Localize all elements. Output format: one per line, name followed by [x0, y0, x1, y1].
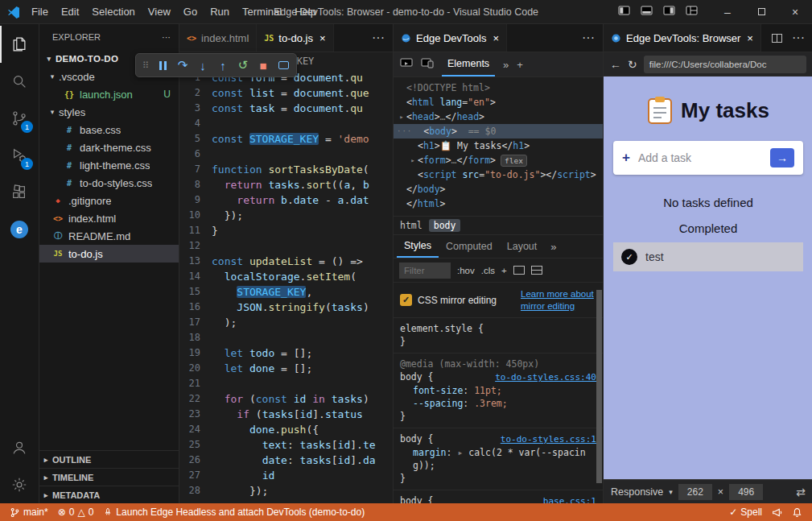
activity-accounts[interactable] — [0, 429, 39, 466]
add-task-input[interactable]: Add a task — [638, 151, 762, 164]
code-line-24[interactable]: 24 done.push({ — [179, 422, 393, 437]
element-class-button[interactable]: .cls — [481, 266, 495, 275]
notifications-item[interactable] — [787, 503, 807, 521]
toggle-sidebar-icon[interactable] — [618, 6, 630, 18]
activity-search[interactable] — [0, 63, 39, 100]
code-line-21[interactable]: 21 — [179, 376, 393, 391]
code-line-26[interactable]: 26 date: tasks[id].da — [179, 453, 393, 468]
code-line-14[interactable]: 14 localStorage.setItem( — [179, 269, 393, 284]
section-outline[interactable]: ▸OUTLINE — [39, 450, 179, 468]
line-number[interactable]: 15 — [179, 284, 212, 300]
code-line-4[interactable]: 4 — [179, 116, 393, 131]
line-number[interactable]: 25 — [179, 437, 212, 453]
more-actions-icon[interactable]: ··· — [372, 31, 385, 45]
section-timeline[interactable]: ▸TIMELINE — [39, 468, 179, 486]
dom-node[interactable]: </html> — [394, 196, 603, 211]
code-line-5[interactable]: 5const STORAGE_KEY = 'demo — [179, 131, 393, 147]
device-width-input[interactable] — [678, 484, 712, 500]
line-number[interactable]: 10 — [179, 208, 212, 223]
screencast-icon[interactable] — [400, 57, 413, 72]
announcement-item[interactable] — [767, 503, 787, 521]
step-over-button[interactable]: ↷ — [173, 56, 192, 75]
drag-handle-icon[interactable]: ⠿ — [139, 56, 152, 75]
breadcrumb-html[interactable]: html — [400, 220, 422, 231]
css-property[interactable]: margin: ▸ calc(2 * var(--spacing)); — [400, 446, 596, 472]
line-number[interactable]: 3 — [179, 101, 212, 116]
line-number[interactable]: 22 — [179, 391, 212, 407]
line-number[interactable]: 4 — [179, 116, 212, 131]
line-number[interactable]: 7 — [179, 162, 212, 177]
tab-edge-devtools-browser[interactable]: Edge DevTools: Browser × — [604, 24, 761, 52]
code-line-6[interactable]: 6 — [179, 147, 393, 162]
activity-run-debug[interactable]: 1 — [0, 137, 39, 174]
code-line-19[interactable]: 19 let todo = []; — [179, 345, 393, 361]
code-line-28[interactable]: 28 }); — [179, 483, 393, 498]
activity-edge-devtools[interactable]: e — [0, 211, 39, 248]
dom-node[interactable]: <script src="to-do.js"></script> — [394, 167, 603, 182]
dom-node[interactable]: ▸<form>…</form>flex — [394, 153, 603, 167]
close-icon[interactable]: × — [319, 32, 326, 44]
line-number[interactable]: 27 — [179, 468, 212, 483]
line-number[interactable]: 13 — [179, 254, 212, 269]
folder-styles[interactable]: ▾styles — [39, 103, 179, 121]
line-number[interactable]: 20 — [179, 361, 212, 376]
css-property[interactable]: --spacing: .3rem; — [400, 397, 596, 410]
line-number[interactable]: 11 — [179, 223, 212, 238]
dom-node[interactable]: ··· <body> == $0 — [394, 124, 603, 139]
launch-task-status[interactable]: Launch Edge Headless and attach DevTools… — [98, 503, 369, 521]
menu-run[interactable]: Run — [204, 0, 236, 23]
completed-task-row[interactable]: ✓ test — [613, 242, 803, 271]
code-line-18[interactable]: 18 — [179, 330, 393, 345]
code-line-13[interactable]: 13const updateList = () => — [179, 254, 393, 269]
line-number[interactable]: 17 — [179, 315, 212, 330]
restart-button[interactable]: ↺ — [233, 56, 253, 75]
tab-computed[interactable]: Computed — [439, 235, 500, 258]
more-actions-icon[interactable]: ··· — [792, 31, 805, 45]
toggle-panel-icon[interactable] — [641, 6, 653, 18]
code-line-7[interactable]: 7function sortTasksByDate( — [179, 162, 393, 177]
device-toolbar-icon[interactable] — [421, 57, 434, 72]
file-index.html[interactable]: <>index.html — [39, 209, 179, 227]
code-line-8[interactable]: 8 return tasks.sort((a, b — [179, 177, 393, 192]
url-bar[interactable]: file:///C:/Users/collabera/Doc — [644, 56, 806, 73]
line-number[interactable]: 12 — [179, 238, 212, 254]
css-selector[interactable]: body { — [400, 370, 434, 383]
step-into-button[interactable]: ↓ — [193, 56, 212, 75]
stop-button[interactable]: ■ — [253, 56, 273, 75]
code-line-15[interactable]: 15 STORAGE_KEY, — [179, 284, 393, 300]
css-file-link[interactable]: to-do-styles.css:40 — [488, 371, 596, 384]
expand-arrow-icon[interactable]: ▸ — [457, 447, 468, 458]
submit-task-button[interactable]: → — [770, 148, 794, 167]
customize-layout-icon[interactable] — [686, 6, 698, 18]
file-light-theme.css[interactable]: #light-theme.css — [39, 156, 179, 174]
file-base.css[interactable]: #base.css — [39, 121, 179, 139]
code-line-25[interactable]: 25 text: tasks[id].te — [179, 437, 393, 453]
maximize-button[interactable] — [744, 0, 778, 23]
line-number[interactable]: 23 — [179, 407, 212, 422]
file-to-do.js[interactable]: JSto-do.js — [39, 245, 179, 263]
menu-file[interactable]: File — [25, 0, 55, 23]
computed-pane-icon[interactable] — [513, 266, 525, 275]
css-mirror-checkbox[interactable]: ✓ — [400, 294, 412, 306]
file-README.md[interactable]: ⓘREADME.md — [39, 227, 179, 245]
close-window-button[interactable]: × — [778, 0, 812, 23]
file-.gitignore[interactable]: ◆.gitignore — [39, 192, 179, 209]
close-icon[interactable]: × — [493, 32, 499, 44]
more-style-tabs-icon[interactable]: » — [550, 241, 556, 253]
flex-badge[interactable]: flex — [501, 155, 527, 167]
file-to-do-styles.css[interactable]: #to-do-styles.css — [39, 174, 179, 192]
css-selector[interactable]: body { — [400, 432, 434, 445]
expand-arrow-icon[interactable]: ▸ — [397, 110, 406, 124]
css-mirror-learn-more-link[interactable]: Learn more about mirror editing — [521, 288, 596, 312]
activity-settings[interactable] — [0, 466, 39, 503]
line-number[interactable]: 28 — [179, 483, 212, 498]
dom-node[interactable]: <h1>📋 My tasks</h1> — [394, 139, 603, 153]
minimize-button[interactable]: – — [711, 0, 744, 23]
code-line-23[interactable]: 23 if (tasks[id].status — [179, 407, 393, 422]
menu-go[interactable]: Go — [177, 0, 204, 23]
tab-to-do-js[interactable]: JS to-do.js × — [257, 24, 333, 52]
section-metadata[interactable]: ▸METADATA — [39, 486, 179, 503]
dom-node[interactable]: <html lang="en"> — [394, 95, 603, 110]
new-style-rule-icon[interactable]: + — [501, 266, 507, 275]
spell-status[interactable]: ✓ Spell — [724, 503, 767, 521]
